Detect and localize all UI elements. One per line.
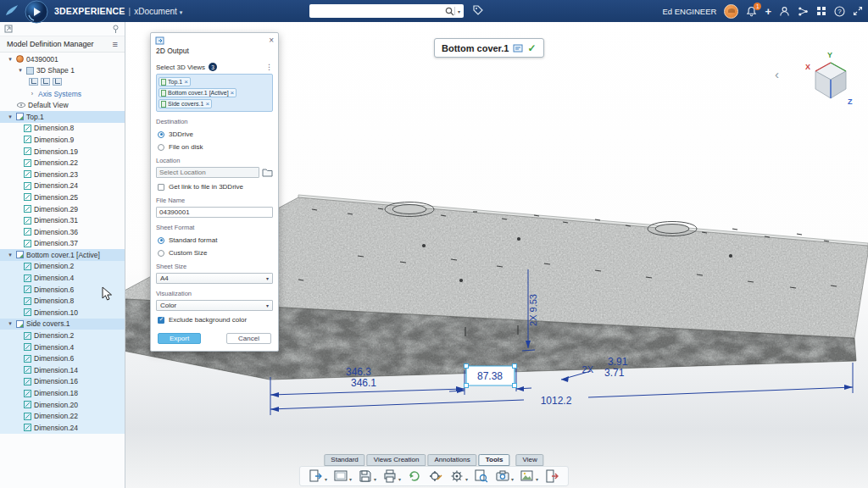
- remove-chip-icon[interactable]: ×: [184, 79, 188, 86]
- fullscreen-button[interactable]: [853, 6, 863, 16]
- dialog-titlebar[interactable]: ×: [151, 33, 278, 46]
- tree-item-dimension[interactable]: Dimension.8: [0, 123, 125, 135]
- view-compass[interactable]: X Y Z: [805, 51, 853, 106]
- share-button[interactable]: [798, 6, 809, 17]
- tree-item-dimension[interactable]: Dimension.6: [0, 284, 125, 296]
- tree-item-dimension[interactable]: Dimension.8: [0, 295, 125, 307]
- user-avatar[interactable]: [724, 4, 738, 19]
- search-options-caret-icon[interactable]: ▾: [458, 8, 460, 14]
- confirm-check-icon[interactable]: ✓: [527, 42, 536, 54]
- tree-item-dimension[interactable]: Dimension.22: [0, 157, 125, 169]
- tab-standard[interactable]: Standard: [324, 454, 364, 466]
- tree-item-dimension[interactable]: Dimension.4: [0, 272, 125, 284]
- get-link-checkbox[interactable]: [158, 184, 164, 191]
- apps-button[interactable]: [816, 6, 826, 16]
- radio-standard-format[interactable]: [158, 237, 164, 244]
- caret-down-icon[interactable]: ▾: [7, 320, 14, 327]
- tool-caret-icon[interactable]: ▾: [374, 477, 376, 482]
- tag-icon[interactable]: [472, 4, 484, 16]
- view-chip[interactable]: Top.1 ×: [159, 77, 191, 86]
- sheet-size-select[interactable]: A4 ▾: [156, 273, 273, 284]
- view-chip[interactable]: Bottom cover.1 [Active] ×: [159, 88, 236, 97]
- tree-item-dimension[interactable]: Dimension.36: [0, 226, 125, 238]
- tab-annotations[interactable]: Annotations: [427, 454, 476, 466]
- export-button[interactable]: Export: [158, 333, 201, 344]
- tree-item-axis-systems[interactable]: › Axis Systems: [0, 88, 125, 100]
- tab-views-creation[interactable]: Views Creation: [367, 454, 426, 466]
- tree-item-product[interactable]: ▾ 04390001: [0, 53, 125, 65]
- caret-down-icon[interactable]: ▾: [7, 114, 14, 120]
- custom-size-option[interactable]: Custom Size: [156, 249, 273, 257]
- tool-caret-icon[interactable]: ▾: [511, 477, 514, 482]
- caret-down-icon[interactable]: ▾: [7, 252, 14, 258]
- cancel-button[interactable]: Cancel: [226, 333, 271, 344]
- active-view-badge[interactable]: Bottom cover.1 ✓: [434, 38, 544, 58]
- caret-down-icon[interactable]: ▾: [7, 56, 14, 63]
- browse-folder-icon[interactable]: [262, 168, 273, 177]
- 3d-viewport[interactable]: 346.3 346.1 87.38 1012.2 2X 3.91 3.71 2X…: [0, 0, 868, 488]
- axis-system-icon[interactable]: [41, 78, 50, 86]
- tool-caret-icon[interactable]: ▾: [536, 477, 538, 482]
- tree-item-dimension[interactable]: Dimension.22: [0, 410, 125, 422]
- tree-item-dimension[interactable]: Dimension.25: [0, 191, 125, 203]
- search-icon[interactable]: [445, 7, 454, 16]
- tree-item-dimension[interactable]: Dimension.10: [0, 307, 125, 319]
- visualization-select[interactable]: Color ▾: [156, 300, 273, 311]
- tree-item-dimension[interactable]: Dimension.9: [0, 134, 125, 146]
- axis-system-icon[interactable]: [29, 78, 38, 86]
- dim-346-1[interactable]: 346.1: [351, 377, 376, 389]
- radio-3ddrive[interactable]: [158, 131, 164, 138]
- destination-3ddrive-option[interactable]: 3DDrive: [156, 130, 273, 138]
- help-button[interactable]: ?: [834, 6, 845, 17]
- axis-system-icon[interactable]: [53, 78, 62, 86]
- tool-caret-icon[interactable]: ▾: [325, 477, 327, 482]
- user-name[interactable]: Ed ENGINEER: [663, 7, 717, 16]
- update-tool[interactable]: [407, 469, 422, 484]
- tree-item-dimension[interactable]: Dimension.29: [0, 203, 125, 215]
- global-search[interactable]: ▾: [309, 4, 464, 18]
- tree-item-default-view[interactable]: Default View: [0, 99, 125, 111]
- tree-item-dimension[interactable]: Dimension.37: [0, 238, 125, 250]
- tree-group-side-covers[interactable]: ▾ Side covers.1: [0, 319, 125, 330]
- remove-chip-icon[interactable]: ×: [231, 90, 235, 97]
- tree-item-dimension[interactable]: Dimension.24: [0, 180, 125, 192]
- tool-caret-icon[interactable]: ▾: [465, 477, 468, 482]
- tree-item-dimension[interactable]: Dimension.2: [0, 330, 125, 341]
- save-tool[interactable]: ▾: [358, 469, 376, 484]
- dim-2x-prefix[interactable]: 2X: [582, 364, 594, 374]
- capture-tool[interactable]: ▾: [495, 469, 514, 484]
- exclude-background-option[interactable]: Exclude background color: [156, 316, 273, 324]
- tree-item-dimension[interactable]: Dimension.31: [0, 214, 125, 226]
- caret-down-icon[interactable]: ▾: [17, 67, 24, 74]
- add-content-button[interactable]: +: [765, 6, 771, 17]
- file-name-input[interactable]: [156, 207, 273, 218]
- tree-item-shape[interactable]: ▾ 3D Shape 1: [0, 65, 125, 77]
- tree-item-dimension[interactable]: Dimension.20: [0, 399, 125, 411]
- tree-item-dimension[interactable]: Dimension.2: [0, 261, 125, 273]
- tree-item-dimension[interactable]: Dimension.24: [0, 422, 125, 434]
- dim-1012-2[interactable]: 1012.2: [541, 395, 572, 407]
- image-export-tool[interactable]: ▾: [520, 469, 538, 484]
- settings-tool[interactable]: ▾: [449, 469, 468, 484]
- dim-346-3[interactable]: 346.3: [346, 366, 371, 378]
- tool-caret-icon[interactable]: ▾: [349, 477, 352, 482]
- dim-3-71[interactable]: 3.71: [604, 367, 625, 379]
- tree-item-dimension[interactable]: Dimension.19: [0, 146, 125, 158]
- get-link-option[interactable]: Get link to file in 3DDrive: [156, 183, 273, 191]
- search-input[interactable]: [309, 7, 445, 15]
- exclude-background-checkbox[interactable]: [158, 317, 164, 324]
- view-chip[interactable]: Side covers.1 ×: [159, 99, 212, 108]
- caret-right-icon[interactable]: ›: [29, 91, 36, 97]
- undock-panel-icon[interactable]: [4, 25, 13, 33]
- tree-item-dimension[interactable]: Dimension.18: [0, 387, 125, 399]
- radio-file-on-disk[interactable]: [158, 144, 164, 151]
- tree-item-dimension[interactable]: Dimension.6: [0, 352, 125, 364]
- standard-format-option[interactable]: Standard format: [156, 236, 273, 244]
- tool-caret-icon[interactable]: ▾: [398, 477, 401, 482]
- 3dexperience-compass-logo[interactable]: [25, 0, 48, 24]
- tree-item-dimension[interactable]: Dimension.23: [0, 169, 125, 180]
- tree-group-bottom-cover[interactable]: ▾ Bottom cover.1 [Active]: [0, 249, 125, 261]
- dim-3-91[interactable]: 3.91: [608, 356, 628, 368]
- print-tool[interactable]: ▾: [382, 469, 401, 484]
- sheet-format-tool[interactable]: ▾: [333, 469, 352, 484]
